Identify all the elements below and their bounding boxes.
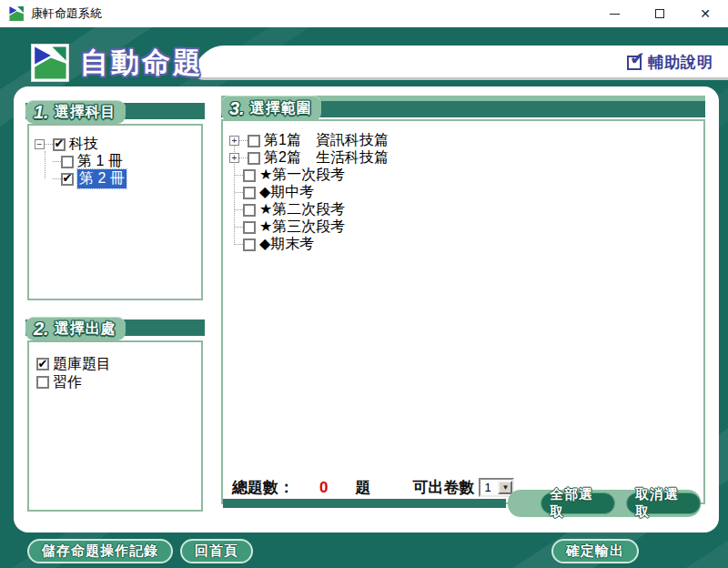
tree-row-exam3: ★第三次段考 xyxy=(229,218,703,236)
tree-item-label-selected[interactable]: 第 2 冊 xyxy=(77,169,126,188)
tree-connector xyxy=(239,157,248,158)
page-title: 自動命題 xyxy=(80,44,204,82)
total-questions-value: 0 xyxy=(319,479,328,497)
tree-connector xyxy=(53,161,61,162)
tree-row-exam2: ★第二次段考 xyxy=(229,201,703,218)
papers-count-value: 1 xyxy=(480,481,498,494)
panel-select-source: 2. 選擇出處 ✔ 題庫題目 習作 xyxy=(25,317,205,513)
panel-header-label: 3. 選擇範圍 xyxy=(221,96,321,121)
help-button[interactable]: ✔ 輔助說明 xyxy=(627,52,713,73)
check-icon: ✔ xyxy=(630,49,645,67)
tree-item-label[interactable]: 第2篇 生活科技篇 xyxy=(264,148,389,167)
source-row-bank: ✔ 題庫題目 xyxy=(36,355,201,373)
tree-row-book2: ✔ 第 2 冊 xyxy=(35,170,201,188)
panel-title: 選擇出處 xyxy=(55,320,116,339)
selection-buttons-tab: 全部選取 取消選取 xyxy=(508,490,701,517)
check-icon: ✔ xyxy=(55,137,65,149)
source-list-container: ✔ 題庫題目 習作 xyxy=(27,340,203,512)
help-label: 輔助說明 xyxy=(648,52,713,73)
tree-item-label[interactable]: ★第三次段考 xyxy=(259,218,345,237)
part1-checkbox[interactable] xyxy=(248,135,260,147)
subject-checkbox[interactable]: ✔ xyxy=(53,138,66,151)
main-container: 1. 選擇科目 − ✔ 科技 第 1 冊 ✔ xyxy=(14,86,719,532)
tree-connector xyxy=(235,175,243,176)
maximize-icon xyxy=(655,9,664,18)
source-item-label[interactable]: 習作 xyxy=(53,373,82,392)
tree-connector xyxy=(235,244,243,245)
midterm-checkbox[interactable] xyxy=(243,187,256,199)
check-icon: ✔ xyxy=(63,172,73,184)
questions-unit-label: 題 xyxy=(355,477,370,498)
exam1-checkbox[interactable] xyxy=(243,169,256,182)
panel-select-range: 3. 選擇範圍 + 第1篇 資訊科技篇 + 第2篇 生活科技篇 xyxy=(221,96,705,517)
part2-checkbox[interactable] xyxy=(248,152,260,165)
source-row-workbook: 習作 xyxy=(36,373,201,391)
expander-plus-icon[interactable]: + xyxy=(229,153,239,163)
papers-count-label: 可出卷數 xyxy=(412,477,474,498)
question-stats: 總題數： 0 題 可出卷數 1 ▼ xyxy=(232,477,514,498)
help-checkbox-icon: ✔ xyxy=(627,56,642,70)
window-titlebar: 康軒命題系統 ✕ xyxy=(0,0,728,27)
tree-connector xyxy=(45,144,53,145)
panel-number: 2. xyxy=(34,319,49,340)
question-bank-checkbox[interactable]: ✔ xyxy=(36,358,49,370)
home-button[interactable]: 回首頁 xyxy=(180,539,253,563)
book2-checkbox[interactable]: ✔ xyxy=(61,173,74,186)
deselect-all-button[interactable]: 取消選取 xyxy=(626,492,701,514)
tree-item-label[interactable]: ◆期末考 xyxy=(259,235,314,254)
tree-item-label[interactable]: ★第一次段考 xyxy=(259,166,345,185)
tree-connector xyxy=(235,227,243,228)
tree-connector xyxy=(235,192,243,193)
expander-minus-icon[interactable]: − xyxy=(35,139,45,149)
tree-connector xyxy=(239,140,248,141)
book1-checkbox[interactable] xyxy=(61,156,74,168)
tree-row-final: ◆期末考 xyxy=(229,236,703,253)
tree-item-label[interactable]: ◆期中考 xyxy=(259,183,314,202)
papers-count-dropdown[interactable]: 1 ▼ xyxy=(479,478,514,497)
final-checkbox[interactable] xyxy=(243,238,256,251)
app-logo-icon xyxy=(8,5,25,22)
tree-row-book1: 第 1 冊 xyxy=(35,153,201,170)
check-icon: ✔ xyxy=(38,358,48,370)
panel-header-label: 1. 選擇科目 xyxy=(25,100,126,124)
expander-plus-icon[interactable]: + xyxy=(229,136,239,146)
minimize-button[interactable] xyxy=(592,0,637,27)
kangxuan-logo-icon xyxy=(31,44,69,82)
tree-row-subject: − ✔ 科技 xyxy=(35,136,201,153)
window-title: 康軒命題系統 xyxy=(31,5,102,22)
panel-footer-bar xyxy=(223,499,506,508)
close-button[interactable]: ✕ xyxy=(682,0,728,27)
panel-number: 1. xyxy=(34,102,49,123)
workbook-checkbox[interactable] xyxy=(36,376,49,389)
exam2-checkbox[interactable] xyxy=(243,204,256,217)
tree-item-label[interactable]: ★第二次段考 xyxy=(259,200,345,219)
select-all-button[interactable]: 全部選取 xyxy=(541,492,615,514)
range-tree-container: + 第1篇 資訊科技篇 + 第2篇 生活科技篇 ★第一次段考 xyxy=(221,119,705,504)
panel-title: 選擇科目 xyxy=(55,103,116,122)
source-item-label[interactable]: 題庫題目 xyxy=(53,355,111,374)
tree-connector xyxy=(235,209,243,210)
tree-row-midterm: ◆期中考 xyxy=(229,184,703,201)
subject-tree-container: − ✔ 科技 第 1 冊 ✔ 第 2 冊 xyxy=(27,124,203,300)
tree-row-exam1: ★第一次段考 xyxy=(229,167,703,184)
total-questions-label: 總題數： xyxy=(232,477,294,498)
tree-row-part2: + 第2篇 生活科技篇 xyxy=(229,149,703,167)
exam3-checkbox[interactable] xyxy=(243,221,256,234)
tree-row-part1: + 第1篇 資訊科技篇 xyxy=(229,132,703,149)
tree-connector xyxy=(53,178,61,179)
panel-select-subject: 1. 選擇科目 − ✔ 科技 第 1 冊 ✔ xyxy=(25,100,205,302)
panel-title: 選擇範圍 xyxy=(250,99,312,118)
chevron-down-icon[interactable]: ▼ xyxy=(498,481,512,494)
tree-item-label[interactable]: 科技 xyxy=(69,135,98,154)
close-icon: ✕ xyxy=(700,7,711,20)
tree-item-label[interactable]: 第 1 冊 xyxy=(77,152,123,171)
brand: 自動命題 xyxy=(31,44,204,82)
tree-item-label[interactable]: 第1篇 資訊科技篇 xyxy=(264,131,389,150)
panel-header-label: 2. 選擇出處 xyxy=(25,317,126,340)
confirm-output-button[interactable]: 確定輸出 xyxy=(551,539,639,563)
save-log-button[interactable]: 儲存命題操作記錄 xyxy=(27,539,173,563)
minimize-icon xyxy=(610,14,620,15)
maximize-button[interactable] xyxy=(637,0,682,27)
panel-number: 3. xyxy=(229,98,245,119)
